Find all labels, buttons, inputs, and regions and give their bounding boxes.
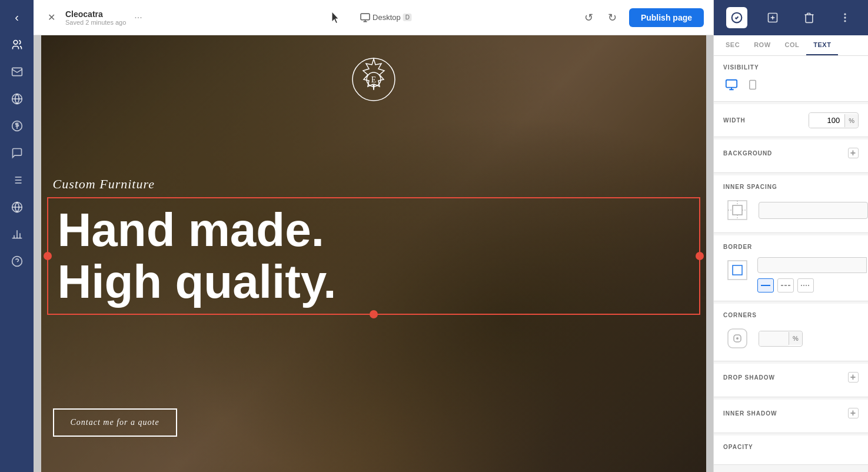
inner-shadow-section: INNER SHADOW + — [714, 400, 868, 433]
svg-point-26 — [844, 14, 846, 15]
toolbar-right: ↺ ↻ Publish page — [580, 8, 704, 27]
inner-spacing-label: INNER SPACING — [723, 184, 859, 190]
border-style-dashed[interactable] — [777, 278, 794, 292]
svg-rect-1 — [12, 68, 22, 75]
hero-heading: Hand made. High quality. — [58, 204, 690, 308]
corners-icon — [723, 324, 751, 353]
hero-subtitle: Custom Furniture — [53, 177, 155, 192]
drop-shadow-label: DROP SHADOW + — [723, 372, 859, 383]
website-preview: E Custom Furniture Hand made. High quali… — [41, 35, 706, 472]
border-width-input[interactable] — [757, 257, 867, 273]
tab-sec[interactable]: SEC — [719, 35, 747, 55]
svg-rect-39 — [733, 265, 742, 275]
inner-shadow-add-button[interactable]: + — [848, 408, 859, 418]
canvas-area[interactable]: E Custom Furniture Hand made. High quali… — [34, 35, 713, 472]
svg-point-0 — [14, 41, 18, 45]
hero-heading-line2: High quality. — [58, 255, 337, 308]
border-style-dotted[interactable] — [797, 278, 814, 292]
corners-widget: % — [723, 324, 859, 353]
cursor-tool[interactable] — [330, 12, 341, 23]
width-input-group: % — [809, 112, 859, 128]
border-box-icon — [723, 256, 751, 284]
corners-section: CORNERS % — [714, 304, 868, 361]
inner-spacing-section: INNER SPACING — [714, 175, 868, 233]
inner-spacing-input[interactable] — [759, 202, 868, 219]
tab-col[interactable]: COL — [778, 35, 807, 55]
visibility-section: VISIBILITY — [714, 56, 868, 102]
svg-point-45 — [736, 337, 739, 340]
resize-handle-left[interactable] — [44, 252, 52, 260]
corners-unit: % — [789, 332, 802, 345]
sidebar-icon-chat[interactable] — [6, 142, 28, 164]
hero-heading-line1: Hand made. — [58, 204, 324, 256]
border-input-row: PX — [757, 256, 868, 274]
drop-shadow-add-button[interactable]: + — [848, 372, 859, 383]
width-unit: % — [844, 114, 858, 127]
border-section: BORDER PX — [714, 235, 868, 301]
toolbar-left: ✕ Cleocatra Saved 2 minutes ago ··· — [43, 9, 570, 26]
spacing-box-icon — [723, 196, 751, 224]
background-label: BACKGROUND + — [723, 148, 859, 158]
page-name: Cleocatra — [65, 9, 126, 19]
main-area: ✕ Cleocatra Saved 2 minutes ago ··· Desk… — [34, 0, 713, 472]
sidebar-icon-users[interactable] — [6, 34, 28, 56]
hero-text-box[interactable]: Hand made. High quality. — [47, 197, 700, 315]
corners-label: CORNERS — [723, 312, 859, 318]
close-button[interactable]: ✕ — [43, 9, 59, 26]
width-section: WIDTH % — [714, 104, 868, 137]
desktop-key-badge: D — [403, 14, 412, 21]
desktop-label: Desktop — [373, 13, 401, 22]
undo-button[interactable]: ↺ — [580, 8, 598, 27]
resize-handle-bottom[interactable] — [370, 310, 378, 318]
sidebar-icon-chart[interactable] — [6, 223, 28, 245]
sidebar-icon-email[interactable] — [6, 61, 28, 83]
border-label: BORDER — [723, 244, 859, 250]
inner-shadow-label: INNER SHADOW + — [723, 408, 859, 418]
sidebar-icon-money[interactable] — [6, 115, 28, 137]
desktop-view-button[interactable]: Desktop D — [355, 10, 417, 25]
panel-icon-check[interactable] — [726, 7, 747, 28]
sidebar-icon-globe[interactable] — [6, 88, 28, 110]
page-menu-dots[interactable]: ··· — [134, 12, 142, 23]
page-title-group: Cleocatra Saved 2 minutes ago — [65, 9, 126, 26]
hero-logo: E — [347, 53, 400, 106]
svg-point-27 — [844, 17, 846, 18]
redo-button[interactable]: ↻ — [603, 8, 622, 27]
opacity-label: OPACITY — [723, 444, 859, 450]
nav-arrow[interactable]: ‹ — [10, 6, 24, 29]
panel-tabs: SEC ROW COL TEXT — [714, 35, 868, 56]
panel-icon-more[interactable] — [834, 7, 856, 28]
panel-icon-add-section[interactable] — [762, 7, 783, 28]
mobile-visibility-toggle[interactable] — [744, 77, 761, 93]
undo-redo-group: ↺ ↻ — [580, 8, 622, 27]
sidebar-icon-help[interactable] — [6, 250, 28, 272]
right-panel: SEC ROW COL TEXT VISIBILITY — [713, 0, 868, 472]
background-add-button[interactable]: + — [848, 148, 859, 158]
corners-input-wrap: % — [759, 331, 803, 347]
width-input[interactable] — [809, 113, 844, 128]
cta-button[interactable]: Contact me for a quote — [53, 408, 177, 437]
background-section: BACKGROUND + — [714, 139, 868, 173]
page-saved-status: Saved 2 minutes ago — [65, 19, 126, 26]
width-row: WIDTH % — [723, 112, 859, 128]
spacing-widget — [723, 196, 859, 224]
tab-text[interactable]: TEXT — [806, 35, 838, 55]
sidebar-icon-list[interactable] — [6, 169, 28, 191]
border-style-solid[interactable] — [757, 278, 774, 292]
sidebar-icon-world[interactable] — [6, 196, 28, 218]
visibility-icons — [723, 77, 761, 93]
border-widget: PX — [723, 256, 859, 292]
drop-shadow-section: DROP SHADOW + — [714, 364, 868, 397]
resize-handle-right[interactable] — [696, 252, 704, 260]
panel-icon-delete[interactable] — [799, 7, 820, 28]
tab-row[interactable]: ROW — [747, 35, 777, 55]
border-style-row — [757, 278, 868, 292]
hero-section: E Custom Furniture Hand made. High quali… — [41, 35, 706, 472]
svg-rect-29 — [726, 80, 737, 88]
svg-rect-18 — [361, 14, 370, 20]
corners-input[interactable] — [759, 331, 789, 346]
toolbar-center: Desktop D — [330, 10, 417, 25]
publish-button[interactable]: Publish page — [629, 8, 704, 27]
hero-cta: Contact me for a quote — [53, 408, 177, 437]
desktop-visibility-toggle[interactable] — [723, 77, 740, 93]
